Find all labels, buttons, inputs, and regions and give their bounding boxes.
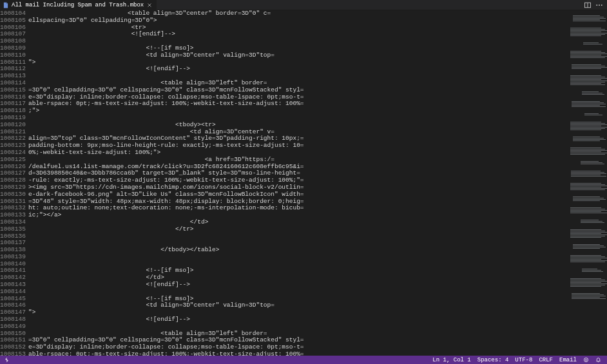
minimap-block (569, 229, 606, 238)
minimap-block (569, 15, 606, 21)
line-number-gutter: 1008104100810510081061008107100810810081… (0, 10, 27, 356)
minimap-block (569, 137, 606, 141)
code-line: <tbody><tr> (28, 122, 607, 129)
minimap-block (569, 51, 606, 58)
minimap-block (569, 244, 606, 249)
minimap-block (569, 171, 606, 177)
svg-point-4 (596, 5, 597, 6)
minimap-block (569, 113, 606, 115)
indentation[interactable]: Spaces: 4 (477, 357, 509, 363)
feedback-icon[interactable] (583, 357, 589, 363)
status-bar: Ln 1, Col 1 Spaces: 4 UTF-8 CRLF Email (0, 356, 607, 364)
minimap-block (569, 64, 606, 69)
line-number: 1008110 (0, 52, 22, 59)
minimap-block (569, 269, 606, 272)
minimap-block (569, 148, 606, 155)
encoding[interactable]: UTF-8 (515, 357, 532, 363)
svg-point-6 (601, 5, 602, 6)
code-line: =3D"0" cellpadding=3D"0" cellspacing=3D"… (28, 87, 607, 94)
minimap[interactable] (567, 10, 607, 356)
minimap-block (569, 43, 606, 44)
line-number: 1008105 (0, 17, 22, 24)
more-actions-icon[interactable] (595, 1, 603, 9)
minimap-block (569, 220, 606, 223)
minimap-block (569, 183, 606, 190)
minimap-block (569, 122, 606, 130)
code-line: able-rspace: 0pt;-ms-text-size-adjust: 1… (28, 101, 607, 108)
tab-actions (584, 1, 607, 9)
minimap-block (569, 161, 606, 164)
tab-title: All mail Including Spam and Trash.mbox (12, 2, 144, 8)
minimap-block (569, 28, 606, 36)
svg-point-8 (585, 359, 586, 360)
code-line: <td align=3D"center" valign=3D"top= (28, 52, 607, 59)
split-editor-icon[interactable] (584, 1, 592, 9)
svg-point-5 (599, 5, 600, 6)
tab-file[interactable]: All mail Including Spam and Trash.mbox (0, 0, 157, 10)
line-number: 1008153 (0, 351, 22, 358)
eol[interactable]: CRLF (539, 357, 553, 363)
minimap-block (569, 91, 606, 95)
svg-point-7 (584, 358, 588, 361)
line-number: 1008120 (0, 122, 22, 129)
minimap-block (569, 293, 606, 299)
line-number: 1008115 (0, 87, 22, 94)
minimap-block (569, 207, 606, 213)
close-icon[interactable] (146, 2, 153, 8)
minimap-block (569, 278, 606, 287)
minimap-block (569, 196, 606, 201)
code-line: e-dark-facebook-96.png" alt=3D"Like Us" … (28, 191, 607, 198)
code-line: ellspacing=3D"0" cellpadding=3D"0"> (28, 17, 607, 24)
notifications-icon[interactable] (595, 357, 603, 363)
line-number: 1008125 (0, 157, 22, 164)
code-line: <td align=3D"center" valign=3D"top= (28, 302, 607, 309)
line-number: 1008135 (0, 226, 22, 233)
minimap-block (569, 255, 606, 262)
language-mode[interactable]: Email (559, 357, 577, 363)
tab-bar: All mail Including Spam and Trash.mbox (0, 0, 607, 10)
code-line: able-rspace: 0pt;-ms-text-size-adjust: 1… (28, 351, 607, 356)
editor: 1008104100810510081061008107100810810081… (0, 10, 607, 356)
cursor-position[interactable]: Ln 1, Col 1 (432, 357, 470, 363)
minimap-block (569, 101, 606, 107)
svg-point-9 (586, 359, 587, 360)
code-line: </tr> (28, 226, 607, 233)
code-line: <a href=3D"https:/= (28, 157, 607, 164)
code-line: ht: auto;outline: none;text-decoration: … (28, 205, 607, 212)
minimap-block (569, 75, 606, 85)
code-area[interactable]: <table align=3D"center" border=3D"0" c=e… (27, 10, 607, 356)
file-icon (3, 2, 9, 8)
line-number: 1008130 (0, 191, 22, 198)
